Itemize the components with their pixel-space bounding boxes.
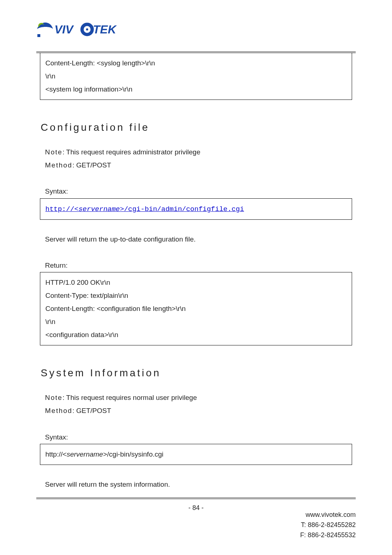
footer-fax: F: 886-2-82455532 [300, 530, 356, 540]
note-text: : This request requires administrator pr… [62, 148, 200, 156]
note-text: : This request requires normal user priv… [62, 394, 197, 401]
svg-text:TEK: TEK [93, 23, 117, 36]
config-desc: Server will return the up-to-date config… [40, 233, 352, 246]
return-line-3: Content-Length: <configuration file leng… [45, 302, 347, 315]
config-syntax-label: Syntax: [40, 185, 352, 198]
return-line-5: <configuration data>\r\n [45, 328, 347, 341]
sysinfo-syntax-label: Syntax: [40, 431, 352, 444]
syslog-line-1: Content-Length: <syslog length>\r\n [45, 57, 347, 70]
footer-site: www.vivotek.com [300, 510, 356, 520]
method-label: Method [45, 407, 72, 414]
heading-system-information: System Information [40, 367, 352, 379]
sysinfo-method: Method: GET/POST [40, 404, 352, 417]
footer-tel: T: 886-2-82455282 [300, 520, 356, 530]
footer-contact: www.vivotek.com T: 886-2-82455282 F: 886… [300, 510, 356, 540]
vivotek-logo-icon: VIV TEK [36, 18, 123, 39]
note-label: Note [45, 148, 62, 156]
config-note: Note: This request requires administrato… [40, 146, 352, 159]
syslog-line-3: <system log information>\r\n [45, 83, 347, 96]
syslog-line-2: \r\n [45, 70, 347, 83]
method-text: : GET/POST [72, 161, 111, 169]
config-return-label: Return: [40, 259, 352, 272]
sysinfo-url: http://<servername>/cgi-bin/sysinfo.cgi [45, 450, 163, 458]
svg-rect-0 [37, 34, 40, 37]
config-return-box: HTTP/1.0 200 OK\r\n Content-Type: text/p… [40, 272, 352, 345]
brand-logo: VIV TEK [36, 18, 356, 41]
config-url-link[interactable]: http://<servername>/cgi-bin/admin/config… [45, 205, 244, 213]
syslog-response-box: Content-Length: <syslog length>\r\n \r\n… [40, 53, 352, 100]
sysinfo-note: Note: This request requires normal user … [40, 391, 352, 404]
svg-point-3 [86, 28, 88, 31]
sysinfo-syntax-box: http://<servername>/cgi-bin/sysinfo.cgi [40, 444, 352, 465]
svg-text:VIV: VIV [54, 23, 74, 36]
method-label: Method [45, 161, 72, 169]
return-line-2: Content-Type: text/plain\r\n [45, 289, 347, 302]
heading-configuration-file: Configuration file [40, 122, 352, 133]
config-syntax-box: http://<servername>/cgi-bin/admin/config… [40, 198, 352, 220]
sysinfo-desc: Server will return the system informatio… [40, 478, 352, 491]
note-label: Note [45, 394, 62, 401]
bottom-double-rule [36, 498, 356, 499]
return-line-1: HTTP/1.0 200 OK\r\n [45, 276, 347, 289]
method-text: : GET/POST [72, 407, 111, 414]
config-method: Method: GET/POST [40, 159, 352, 172]
return-line-4: \r\n [45, 315, 347, 328]
